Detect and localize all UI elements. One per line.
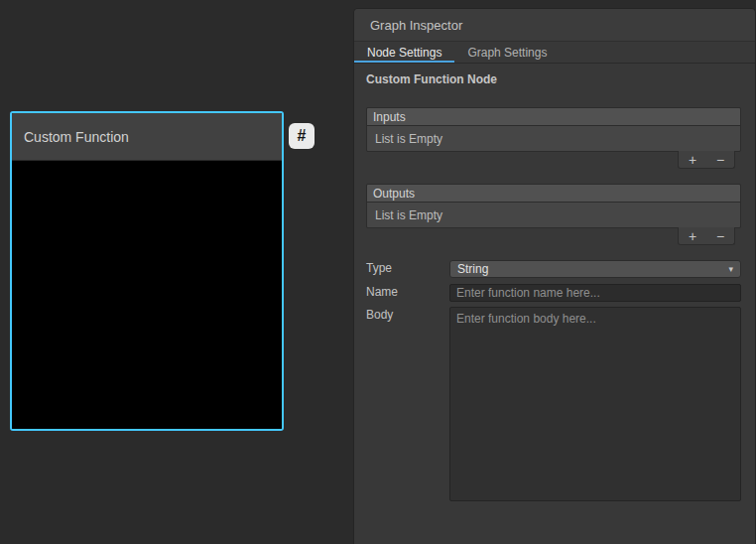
tab-node-settings[interactable]: Node Settings [354, 42, 454, 63]
inputs-list-toolbar: + − [678, 151, 735, 169]
inputs-list: Inputs List is Empty [366, 107, 741, 152]
type-label: Type [366, 260, 392, 277]
inspector-title: Graph Inspector [370, 18, 462, 33]
inputs-empty-text: List is Empty [375, 132, 442, 146]
inputs-remove-button[interactable]: − [706, 151, 734, 168]
outputs-remove-button[interactable]: − [706, 227, 734, 244]
inspector-header[interactable]: Graph Inspector [354, 9, 755, 42]
type-dropdown[interactable]: String ▾ [449, 260, 741, 278]
hash-icon: # [298, 127, 307, 145]
outputs-empty-row: List is Empty [367, 203, 740, 227]
chevron-down-icon: ▾ [728, 264, 733, 274]
function-name-input[interactable] [449, 284, 741, 302]
outputs-add-button[interactable]: + [679, 227, 706, 244]
node-settings-heading: Custom Function Node [366, 72, 497, 86]
outputs-list: Outputs List is Empty [366, 184, 741, 228]
node-hash-badge[interactable]: # [289, 123, 315, 149]
tab-graph-settings[interactable]: Graph Settings [454, 42, 560, 63]
custom-function-node[interactable]: Custom Function [10, 111, 284, 431]
type-dropdown-value: String [457, 262, 488, 276]
node-title: Custom Function [24, 129, 129, 145]
shader-graph-window: Custom Function # Graph Inspector Node S… [0, 0, 756, 544]
outputs-empty-text: List is Empty [375, 208, 442, 222]
name-label: Name [366, 284, 398, 301]
outputs-list-title: Outputs [373, 187, 415, 201]
function-body-input[interactable] [449, 307, 741, 501]
inputs-list-title: Inputs [373, 110, 406, 124]
outputs-list-toolbar: + − [678, 227, 735, 245]
inputs-empty-row: List is Empty [367, 126, 740, 151]
tab-graph-settings-label: Graph Settings [467, 46, 547, 60]
tab-node-settings-label: Node Settings [367, 46, 441, 60]
inspector-tabs: Node Settings Graph Settings [354, 42, 755, 64]
node-header[interactable]: Custom Function [12, 113, 282, 161]
inputs-add-button[interactable]: + [679, 151, 706, 168]
node-preview-area [12, 161, 282, 429]
outputs-list-header: Outputs [367, 185, 740, 203]
graph-inspector-panel: Graph Inspector Node Settings Graph Sett… [353, 8, 756, 544]
node-settings-content: Custom Function Node Inputs List is Empt… [354, 64, 755, 544]
inputs-list-header: Inputs [367, 108, 740, 126]
body-label: Body [366, 308, 393, 322]
